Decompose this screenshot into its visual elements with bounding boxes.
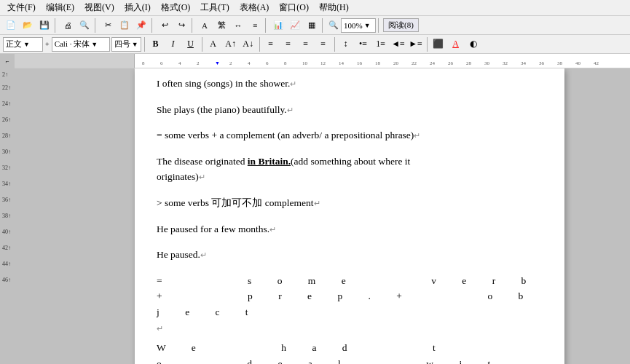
copy-button[interactable]: 📋 xyxy=(117,17,133,33)
right-area xyxy=(564,68,630,364)
page-sidebar xyxy=(15,68,135,364)
read-button[interactable]: 阅读(8) xyxy=(383,18,419,32)
menu-bar: 文件(F) 编辑(E) 视图(V) 插入(I) 格式(O) 工具(T) 表格(A… xyxy=(0,0,630,16)
ruler-tick: 18 xyxy=(375,60,380,66)
bar-button[interactable]: ▦ xyxy=(304,17,320,33)
doc-line-9: = s o m e v e r b + p r e p . + o b j e … xyxy=(157,273,535,336)
ruler-tick: 6 xyxy=(160,60,163,66)
open-button[interactable]: 📂 xyxy=(20,17,36,33)
bold-button[interactable]: B xyxy=(148,36,164,52)
font-size-shrink-button[interactable]: A↓ xyxy=(240,36,256,52)
sep4 xyxy=(192,18,194,33)
ruler-tick: 28 xyxy=(466,60,471,66)
font-size-value: 四号 xyxy=(114,39,130,50)
margin-num-38: 38↑ xyxy=(2,213,11,219)
zoom-select[interactable]: 100% ▼ xyxy=(341,18,376,33)
new-button[interactable]: 📄 xyxy=(3,17,19,33)
pilcrow-7: ↵ xyxy=(269,225,276,234)
margin-num-26: 26↑ xyxy=(2,116,11,123)
undo-button[interactable]: ↩ xyxy=(157,17,173,33)
pilcrow-8: ↵ xyxy=(200,250,207,259)
app-window: 文件(F) 编辑(E) 视图(V) 插入(I) 格式(O) 工具(T) 表格(A… xyxy=(0,0,630,364)
ruler-tick: 30 xyxy=(484,60,489,66)
indent-decrease-button[interactable]: ◄≡ xyxy=(390,36,406,52)
sep6 xyxy=(322,18,325,33)
pilcrow-9: ↵ xyxy=(157,324,163,333)
left-margin-bar: 2↑ 22↑ 24↑ 26↑ 28↑ 30↑ 32↑ 34↑ 36↑ 38↑ 4… xyxy=(0,68,15,364)
doc-line-5: originates)↵ xyxy=(157,169,535,185)
align-right-button[interactable]: ≡ xyxy=(298,36,314,52)
tb-btn-c[interactable]: ↔ xyxy=(230,17,246,33)
chart2-button[interactable]: 📈 xyxy=(287,17,303,33)
menu-edit[interactable]: 编辑(E) xyxy=(42,0,79,15)
list-bullet-button[interactable]: •≡ xyxy=(355,36,371,52)
tb-btn-d[interactable]: ≡ xyxy=(247,17,263,33)
margin-num-30: 30↑ xyxy=(2,149,11,155)
menu-tools[interactable]: 工具(T) xyxy=(196,0,233,15)
redo-button[interactable]: ↪ xyxy=(173,17,189,33)
tb-btn-b[interactable]: 繁 xyxy=(213,17,229,33)
menu-format[interactable]: 格式(O) xyxy=(157,0,195,15)
font-name-dropdown-icon: ▼ xyxy=(91,41,98,48)
paste-button[interactable]: 📌 xyxy=(133,17,149,33)
menu-help[interactable]: 帮助(H) xyxy=(315,0,353,15)
ruler-tick: 2 xyxy=(229,60,232,66)
color-fill-button[interactable]: ◐ xyxy=(465,36,481,52)
font-size-select[interactable]: 四号 ▼ xyxy=(111,37,141,52)
margin-num-2: 2↑ xyxy=(2,71,8,78)
ruler-tick: 12 xyxy=(320,60,326,66)
doc-text-3: = some verbs + a complement (an adverb/ … xyxy=(157,130,414,141)
indent-increase-button[interactable]: ►≡ xyxy=(408,36,424,52)
zoom-value: 100% xyxy=(344,21,363,30)
font-size-grow-button[interactable]: A↑ xyxy=(223,36,239,52)
highlight-button[interactable]: A xyxy=(448,36,464,52)
doc-text-4a: The disease originated xyxy=(157,156,248,167)
pilcrow-6: ↵ xyxy=(314,199,320,207)
ruler-indent-marker: ▼ xyxy=(215,60,220,66)
style-dropdown-icon: ▼ xyxy=(23,41,30,48)
line-spacing-button[interactable]: ↕ xyxy=(338,36,354,52)
align-justify-button[interactable]: ≡ xyxy=(315,36,331,52)
preview-button[interactable]: 🔍 xyxy=(76,17,92,33)
margin-num-42: 42↑ xyxy=(2,245,11,251)
ruler-tick: 40 xyxy=(575,60,580,66)
document-page[interactable]: I often sing (songs) in the shower.↵ She… xyxy=(135,68,564,364)
special-btn1[interactable]: ⬛ xyxy=(430,36,446,52)
ruler-tick: 6 xyxy=(266,60,269,66)
margin-num-32: 32↑ xyxy=(2,165,11,171)
menu-insert[interactable]: 插入(I) xyxy=(120,0,155,15)
ruler-tick: 4 xyxy=(178,60,181,66)
ruler-tick: 8 xyxy=(142,60,145,66)
ruler-tick: 14 xyxy=(339,60,344,66)
tb-btn-a[interactable]: A xyxy=(197,17,213,33)
doc-text-8: He paused. xyxy=(157,249,200,260)
ruler-tick: 4 xyxy=(248,60,251,66)
style-select[interactable]: 正文 ▼ xyxy=(3,37,43,52)
sep3 xyxy=(151,18,154,33)
margin-num-46: 46↑ xyxy=(2,277,11,283)
align-left-button[interactable]: ≡ xyxy=(263,36,279,52)
italic-button[interactable]: I xyxy=(165,36,181,52)
zoom-label: 🔍 xyxy=(327,20,340,30)
ruler-corner: ⌐ xyxy=(0,54,15,68)
underline-button[interactable]: U xyxy=(183,36,199,52)
print-button[interactable]: 🖨 xyxy=(60,17,76,33)
align-center-button[interactable]: ≡ xyxy=(280,36,296,52)
font-name-select[interactable]: Cali · 宋体 ▼ xyxy=(52,37,110,52)
ruler-tick: 8 xyxy=(284,60,287,66)
sep1 xyxy=(55,18,58,33)
ruler-tick: 24 xyxy=(430,60,435,66)
menu-window[interactable]: 窗口(O) xyxy=(275,0,313,15)
save-button[interactable]: 💾 xyxy=(36,17,52,33)
ruler-tick: 34 xyxy=(521,60,526,66)
menu-file[interactable]: 文件(F) xyxy=(3,0,40,15)
margin-num-28: 28↑ xyxy=(2,132,11,139)
menu-view[interactable]: 视图(V) xyxy=(80,0,119,15)
toolbar1: 📄 📂 💾 🖨 🔍 ✂ 📋 📌 ↩ ↪ A 繁 ↔ ≡ 📊 📈 ▦ 🔍 100%… xyxy=(0,16,630,35)
menu-table[interactable]: 表格(A) xyxy=(235,0,274,15)
doc-line-1: I often sing (songs) in the shower.↵ xyxy=(157,76,535,92)
cut-button[interactable]: ✂ xyxy=(100,17,116,33)
list-number-button[interactable]: 1≡ xyxy=(373,36,389,52)
font-color-a-button[interactable]: A xyxy=(205,36,221,52)
chart-button[interactable]: 📊 xyxy=(270,17,286,33)
